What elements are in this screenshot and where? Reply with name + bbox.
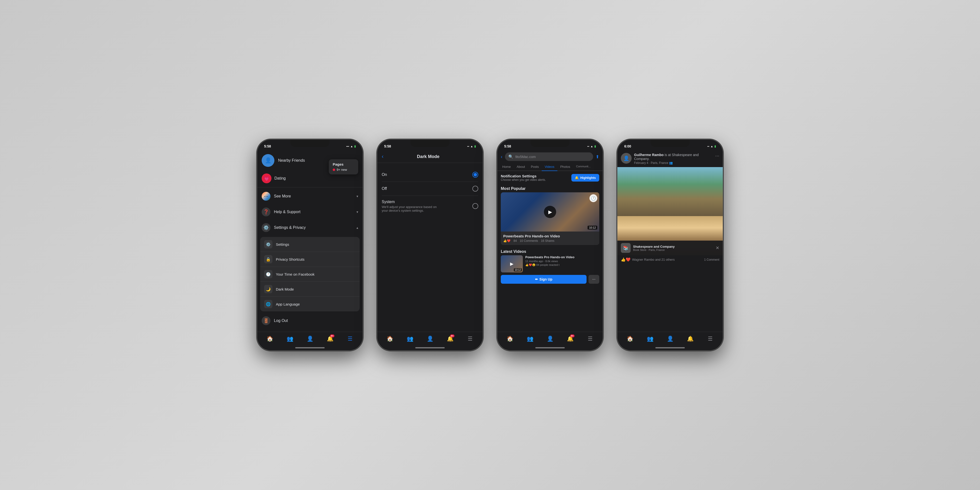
nearby-friends-label: Nearby Friends: [278, 158, 305, 163]
signal-icon-4: ▪▪: [707, 145, 709, 148]
highlights-button[interactable]: 🔔 Highlights: [571, 174, 599, 181]
status-icons-3: ▪▪ ▲ ▮: [587, 145, 596, 148]
latest-reaction-icons: 👍❤️😮: [525, 263, 536, 266]
shares-count: 16 Shares: [541, 239, 554, 243]
logout-row[interactable]: 🚪 Log Out: [257, 313, 363, 329]
wifi-icon-4: ▲: [711, 145, 713, 148]
latest-video-row[interactable]: ▶ 10:12 Powerbeats Pro Hands-on Video 11…: [497, 255, 603, 275]
logout-left: 🚪 Log Out: [262, 316, 288, 325]
nav-notifications-3[interactable]: 🔔 9+: [565, 334, 575, 344]
dm-on-label: On: [382, 172, 387, 177]
post-menu-button[interactable]: ···: [715, 153, 719, 159]
nav-profile-2[interactable]: 👤: [425, 334, 435, 344]
see-more-icon: ⋯: [262, 192, 270, 200]
dark-mode-title: Dark Mode: [386, 154, 470, 159]
video-title: Powerbeats Pro Hands-on Video: [503, 234, 597, 238]
latest-meta-2: 👍❤️😮 84 people reacted t: [525, 263, 599, 267]
dm-option-system[interactable]: System We'll adjust your appearance base…: [382, 196, 478, 216]
nav-menu-4[interactable]: ☰: [705, 334, 715, 344]
location-icon: 👥: [669, 161, 673, 165]
nav-friends-1[interactable]: 👥: [285, 334, 295, 344]
video-header: ‹ 🔍 9to5Mac.com ⬆: [497, 150, 603, 163]
notif-sub: Choose when you get video alerts.: [501, 178, 546, 181]
notif-left: Notification Settings Choose when you ge…: [501, 174, 546, 181]
more-button[interactable]: ···: [589, 275, 599, 284]
nav-notifications-1[interactable]: 🔔 9+: [325, 334, 335, 344]
settings-privacy-row[interactable]: ⚙️ Settings & Privacy ▴: [257, 220, 363, 235]
post-image-bottom: 📚 Shakespeare and Company Book Store · P…: [617, 216, 723, 255]
phone-4: 6:00 ▪▪ ▲ ▮ 👤 Guilherme Rambo is at Shak…: [617, 140, 723, 350]
darkmode-sub-label: Dark Mode: [276, 287, 294, 291]
nav-menu-2[interactable]: ☰: [465, 334, 475, 344]
nav-home-2[interactable]: 🏠: [385, 334, 395, 344]
back-button-2[interactable]: ‹: [382, 153, 383, 160]
notch-4: [651, 140, 690, 147]
dating-icon: 💗: [262, 173, 272, 183]
phone-3: 5:58 ▪▪ ▲ ▮ ‹ 🔍 9to5Mac.com ⬆ Home About…: [497, 140, 603, 350]
play-button[interactable]: ▶: [544, 206, 556, 218]
settings-item-darkmode[interactable]: 🌙 Dark Mode: [260, 282, 360, 297]
settings-item-language[interactable]: 🌐 App Language: [260, 297, 360, 312]
tab-about-3[interactable]: About: [514, 163, 528, 170]
page-card: 📚 Shakespeare and Company Book Store · P…: [617, 240, 723, 255]
post-reactions: 👍❤️ Wagner Rambo and 21 others 1 Comment: [617, 255, 723, 264]
notch-2: [410, 140, 450, 147]
nav-menu-3[interactable]: ☰: [585, 334, 595, 344]
nav-notifications-2[interactable]: 🔔 9+: [445, 334, 455, 344]
clock-icon: 🕐: [589, 194, 597, 202]
privacy-sub-label: Privacy Shortcuts: [276, 257, 304, 261]
settings-item-privacy[interactable]: 🔒 Privacy Shortcuts: [260, 252, 360, 267]
nav-profile-3[interactable]: 👤: [545, 334, 555, 344]
latest-meta-1: 11 months ago · 8.6k views: [525, 260, 599, 262]
dark-mode-options: On Off System We'll adjust your appearan…: [377, 163, 483, 221]
wifi-icon: ▲: [350, 145, 353, 148]
nav-menu-1[interactable]: ☰: [345, 334, 355, 344]
post-date: February 4 · Paris, France 👥: [634, 161, 713, 165]
pages-dropdown[interactable]: Pages 9+ new: [329, 159, 358, 175]
search-text-3: 9to5Mac.com: [515, 155, 590, 159]
notif-title: Notification Settings: [501, 174, 546, 178]
nearby-friends-avatar: 👤: [262, 154, 274, 167]
nav-friends-4[interactable]: 👥: [645, 334, 655, 344]
page-card-close[interactable]: ✕: [716, 245, 719, 251]
status-icons-4: ▪▪ ▲ ▮: [707, 145, 716, 148]
dm-radio-system[interactable]: [473, 203, 478, 209]
notif-badge-1: 9+: [330, 334, 334, 337]
settings-sub-icon: ⚙️: [264, 240, 272, 248]
tab-videos-3[interactable]: Videos: [542, 163, 557, 171]
phone-1: 5:58 ▪▪▪ ▲ ▮ Pages 9+ new 👤 Nearby Frien…: [257, 140, 363, 350]
dm-option-off[interactable]: Off: [382, 182, 478, 196]
nav-notifications-4[interactable]: 🔔: [685, 334, 695, 344]
help-chevron: ▾: [356, 210, 358, 214]
privacy-sub-icon: 🔒: [264, 255, 272, 263]
nav-profile-1[interactable]: 👤: [305, 334, 315, 344]
dm-radio-off[interactable]: [473, 186, 478, 192]
most-popular-video[interactable]: 🕐 ▶ 10:12 Powerbeats Pro Hands-on Video …: [501, 192, 599, 245]
nav-profile-4[interactable]: 👤: [665, 334, 675, 344]
nav-friends-3[interactable]: 👥: [525, 334, 535, 344]
settings-item-settings[interactable]: ⚙️ Settings: [260, 237, 360, 252]
help-support-row[interactable]: ❓ Help & Support ▾: [257, 204, 363, 220]
signal-icon: ▪▪▪: [346, 145, 349, 148]
nav-home-3[interactable]: 🏠: [505, 334, 515, 344]
settings-item-time[interactable]: 🕐 Your Time on Facebook: [260, 267, 360, 282]
tab-photos-3[interactable]: Photos: [557, 163, 573, 170]
dm-radio-on[interactable]: [473, 172, 478, 178]
see-more-row[interactable]: ⋯ See More ▾: [257, 188, 363, 204]
latest-info: Powerbeats Pro Hands-on Video 11 months …: [525, 255, 599, 272]
help-left: ❓ Help & Support: [262, 207, 301, 216]
nav-home-1[interactable]: 🏠: [265, 334, 275, 344]
settings-sub-menu: ⚙️ Settings 🔒 Privacy Shortcuts 🕐 Your T…: [260, 237, 360, 312]
sign-up-button[interactable]: ✏ Sign Up: [501, 275, 587, 284]
tab-home-3[interactable]: Home: [499, 163, 514, 170]
dm-option-off-info: Off: [382, 186, 387, 191]
nav-home-4[interactable]: 🏠: [625, 334, 635, 344]
dm-option-on[interactable]: On: [382, 168, 478, 182]
tab-posts-3[interactable]: Posts: [528, 163, 542, 170]
back-button-3[interactable]: ‹: [501, 154, 503, 159]
bottom-nav-2: 🏠 👥 👤 🔔 9+ ☰: [377, 332, 483, 345]
tab-community-3[interactable]: Communit...: [573, 163, 593, 170]
nav-friends-2[interactable]: 👥: [405, 334, 415, 344]
share-button-3[interactable]: ⬆: [596, 154, 599, 159]
search-bar-3[interactable]: 🔍 9to5Mac.com: [505, 153, 593, 161]
